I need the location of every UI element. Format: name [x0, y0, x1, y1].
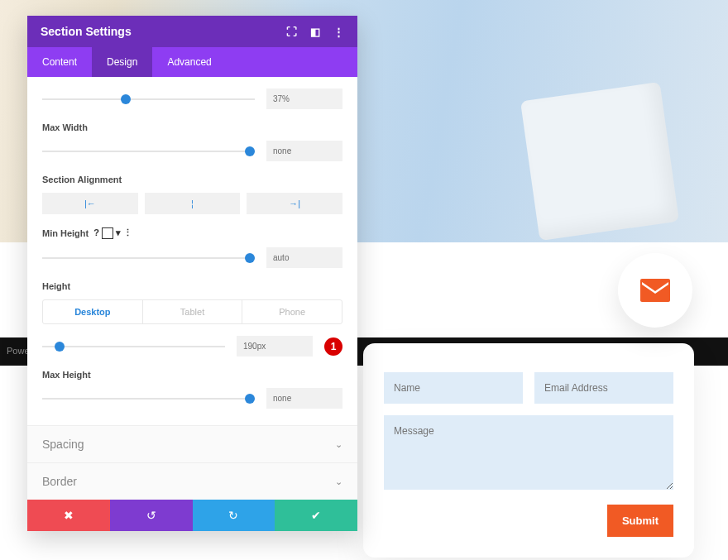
device-icon[interactable]: [102, 227, 113, 239]
max-width-slider[interactable]: [42, 146, 255, 157]
section-settings-panel: Section Settings ⛶ ◧ ⋮ Content Design Ad…: [27, 16, 357, 531]
expand-icon[interactable]: ⛶: [286, 26, 297, 38]
help-icon[interactable]: ?: [93, 227, 99, 237]
check-icon: ✔: [311, 509, 321, 522]
columns-icon[interactable]: ◧: [310, 26, 320, 38]
max-width-label: Max Width: [42, 122, 342, 132]
panel-title: Section Settings: [41, 25, 132, 38]
chevron-down-icon: ⌄: [335, 439, 342, 450]
step-badge-1: 1: [324, 337, 342, 356]
accordion-spacing-label: Spacing: [42, 438, 84, 451]
height-value-input[interactable]: [237, 336, 313, 357]
mail-icon: [640, 279, 670, 302]
min-height-slider[interactable]: [42, 252, 255, 264]
section-alignment-label: Section Alignment: [42, 175, 342, 184]
align-left-icon: |←: [84, 199, 96, 208]
accordion-spacing[interactable]: Spacing ⌄: [27, 425, 357, 462]
device-tab-phone[interactable]: Phone: [242, 300, 342, 323]
height-slider[interactable]: [42, 341, 225, 352]
height-label: Height: [42, 281, 342, 291]
align-right-button[interactable]: →|: [247, 193, 342, 214]
tab-design[interactable]: Design: [92, 47, 152, 77]
section-alignment-control: Section Alignment |← ¦ →|: [42, 175, 342, 214]
min-height-value-input[interactable]: [266, 247, 342, 268]
email-field[interactable]: [534, 372, 673, 404]
more-icon[interactable]: ⋮: [123, 227, 132, 237]
max-width-control: Max Width: [42, 122, 342, 161]
close-icon: ✖: [64, 509, 74, 522]
align-center-button[interactable]: ¦: [145, 193, 241, 214]
accordion-border-label: Border: [42, 475, 77, 488]
panel-header[interactable]: Section Settings ⛶ ◧ ⋮: [27, 16, 357, 47]
submit-button[interactable]: Submit: [607, 505, 673, 537]
width-slider[interactable]: [42, 93, 255, 105]
width-value-input[interactable]: [266, 89, 342, 109]
align-center-icon: ¦: [191, 199, 194, 208]
tab-advanced[interactable]: Advanced: [152, 47, 226, 77]
tab-content[interactable]: Content: [27, 47, 92, 77]
chevron-down-icon: ⌄: [335, 476, 342, 487]
height-control: Height Desktop Tablet Phone 1: [42, 281, 342, 357]
max-height-control: Max Height: [42, 370, 342, 409]
max-height-value-input[interactable]: [266, 388, 342, 409]
contact-form-card: Submit: [363, 343, 694, 558]
min-height-control: Min Height ? ▾ ⋮: [42, 227, 342, 268]
message-field[interactable]: [384, 415, 673, 490]
cancel-button[interactable]: ✖: [27, 500, 110, 531]
panel-footer: ✖ ↺ ↻ ✔: [27, 500, 357, 531]
mail-circle-button[interactable]: [618, 253, 692, 328]
max-height-label: Max Height: [42, 370, 342, 380]
undo-icon: ↺: [146, 509, 156, 522]
width-control: [42, 89, 342, 109]
redo-icon: ↻: [228, 509, 238, 522]
align-left-button[interactable]: |←: [42, 193, 138, 214]
panel-tabs: Content Design Advanced: [27, 47, 357, 77]
min-height-label: Min Height: [42, 228, 89, 238]
device-tab-tablet[interactable]: Tablet: [142, 300, 242, 323]
name-field[interactable]: [384, 372, 523, 404]
accordion-border[interactable]: Border ⌄: [27, 462, 357, 500]
kebab-icon[interactable]: ⋮: [333, 26, 344, 38]
confirm-button[interactable]: ✔: [275, 500, 357, 531]
align-right-icon: →|: [289, 199, 300, 208]
max-width-value-input[interactable]: [266, 141, 342, 161]
hover-icon[interactable]: ▾: [116, 227, 121, 237]
height-device-tabs: Desktop Tablet Phone: [42, 299, 342, 324]
redo-button[interactable]: ↻: [193, 500, 275, 531]
undo-button[interactable]: ↺: [110, 500, 193, 531]
max-height-slider[interactable]: [42, 393, 255, 404]
device-tab-desktop[interactable]: Desktop: [43, 300, 142, 323]
